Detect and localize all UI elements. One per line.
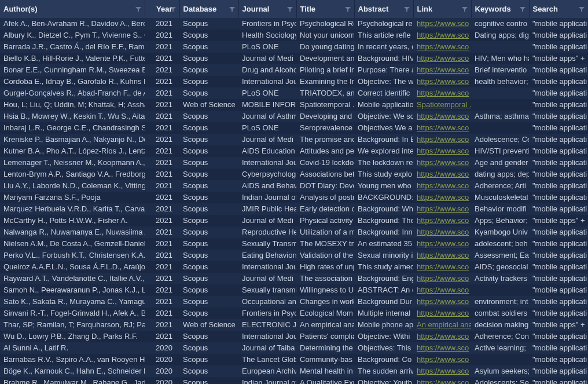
table-row[interactable]: Liu A.Y., Laborde N.D., Coleman K., Vitt… [0,180,588,192]
column-header-link[interactable]: Link [413,0,471,18]
table-row[interactable]: Kutner B.A., Pho A.T., López-Rios J., Le… [0,145,588,157]
cell-database: Scopus [179,365,238,377]
filter-icon[interactable] [404,6,410,12]
cell-search: "mobile applicati [529,226,588,238]
link[interactable]: https://www.sco [417,135,469,144]
table-row[interactable]: Kreniske P., Basmajian A., Nakyanjo N., … [0,134,588,145]
link[interactable]: https://www.sco [417,181,469,190]
cell-keywords: Adherence; Arti [471,180,529,192]
table-row[interactable]: Sinvani R.-T., Fogel-Grinvald H., Afek A… [0,308,588,319]
table-row[interactable]: Queiroz A.A.F.L.N., Sousa Á.F.L.D., Araú… [0,261,588,273]
table-row[interactable]: Afek A., Ben-Avraham R., Davidov A., Ber… [0,18,588,30]
link[interactable]: https://www.sco [417,343,469,352]
table-row[interactable]: Rayward A.T., Vandelanotte C., Itallie A… [0,273,588,284]
column-header-abstract[interactable]: Abstract [354,0,413,18]
link[interactable]: https://www.sco [417,19,469,28]
filter-icon[interactable] [170,6,176,12]
table-row[interactable]: Bonar E.E., Cunningham R.M., Sweezea E.C… [0,64,588,76]
link[interactable]: https://www.sco [417,77,469,86]
link[interactable]: https://www.sco [417,367,469,375]
table-row[interactable]: Al Sunni A., Latif R.2020ScopusJournal o… [0,342,588,354]
filter-icon[interactable] [135,6,141,12]
cell-authors: Lenton-Brym A.P., Santiago V.A., Fredbor… [0,169,145,180]
filter-icon[interactable] [579,6,585,12]
filter-icon[interactable] [345,6,351,12]
cell-authors: Afek A., Ben-Avraham R., Davidov A., Ber… [0,18,145,30]
table-row[interactable]: Böge K., Karnouk C., Hahn E., Schneider … [0,365,588,377]
link[interactable]: https://www.sco [417,65,469,74]
cell-authors: Sato K., Sakata R., Murayama C., Yamaguc… [0,296,145,308]
cell-search: "mobile applicati [529,99,588,111]
link[interactable]: https://www.sco [417,89,469,97]
link[interactable]: An empirical ana [417,320,471,329]
link[interactable]: https://www.sco [417,31,469,39]
table-row[interactable]: Barnabas R.V., Szpiro A.A., van Rooyen H… [0,354,588,365]
column-header-authors[interactable]: Author(s) [0,0,145,18]
table-row[interactable]: Hsia B., Mowrey W., Keskin T., Wu S., Ai… [0,111,588,122]
cell-authors: Nielsen A.M., De Costa A., Gemzell-Danie… [0,238,145,250]
filter-icon[interactable] [520,6,525,12]
cell-search: "mobile applicati [529,365,588,377]
link[interactable]: https://www.sco [417,112,469,120]
link[interactable]: https://www.sco [417,42,469,51]
table-row[interactable]: Lenton-Brym A.P., Santiago V.A., Fredbor… [0,169,588,180]
link[interactable]: https://www.sco [417,158,469,167]
table-row[interactable]: Perko V.L., Forbush K.T., Christensen K.… [0,250,588,261]
table-row[interactable]: Cordoba E., Idnay B., Garofalo R., Kuhns… [0,76,588,87]
table-row[interactable]: Lemenager T., Neissner M., Koopmann A.,2… [0,157,588,169]
cell-year: 2021 [145,215,179,226]
link[interactable]: https://www.sco [417,239,469,248]
link[interactable]: Spatiotemporal . [417,100,471,109]
column-header-search[interactable]: Search [529,0,588,18]
column-header-journal[interactable]: Journal [238,0,296,18]
table-row[interactable]: Brahme R., Mamulwar M., Rahane G., Jadh2… [0,377,588,384]
link[interactable]: https://www.sco [417,378,469,384]
link[interactable]: https://www.sco [417,228,469,236]
table-row[interactable]: Sato K., Sakata R., Murayama C., Yamaguc… [0,296,588,308]
table-row[interactable]: Marquez Herbuela V.R.D., Karita T., Carv… [0,203,588,215]
table-row[interactable]: Mariyam Farzana S.F., Pooja2021ScopusInd… [0,192,588,203]
cell-abstract: Background: Co [354,354,413,365]
link[interactable]: https://www.sco [417,262,469,271]
link[interactable]: https://www.sco [417,297,469,306]
table-row[interactable]: Gurgel-Gonçalves R., Abad-Franch F., de … [0,87,588,99]
table-row[interactable]: Hou, L; Liu, Q; Uddin, M; Khattak, H; As… [0,99,588,111]
table-row[interactable]: Wu D., Lowry P.B., Zhang D., Parks R.F.2… [0,331,588,342]
cell-database: Scopus [179,87,238,99]
cell-authors: Kutner B.A., Pho A.T., López-Rios J., Le… [0,145,145,157]
link[interactable]: https://www.sco [417,309,469,317]
filter-icon[interactable] [287,6,293,12]
column-header-database[interactable]: Database [179,0,238,18]
link[interactable]: https://www.sco [417,251,469,259]
table-row[interactable]: Inbaraj L.R., George C.E., Chandrasingh … [0,122,588,134]
table-row[interactable]: McCarthy H., Potts H.W.W., Fisher A.2021… [0,215,588,226]
column-header-keywords[interactable]: Keywords [471,0,529,18]
link[interactable]: https://www.sco [417,170,469,178]
link[interactable]: https://www.sco [417,332,469,341]
column-header-year[interactable]: Year [145,0,179,18]
link[interactable]: https://www.sco [417,286,469,294]
table-row[interactable]: Samoh N., Peerawaranun P., Jonas K.J., L… [0,284,588,296]
table-row[interactable]: Nalwanga R., Nuwamanya E., Nuwasiima A20… [0,226,588,238]
table-row[interactable]: Nielsen A.M., De Costa A., Gemzell-Danie… [0,238,588,250]
link[interactable]: https://www.sco [417,355,469,364]
link[interactable]: https://www.sco [417,216,469,225]
link[interactable]: https://www.sco [417,204,469,213]
link[interactable]: https://www.sco [417,274,469,283]
cell-journal: Journal of Medi [238,273,296,284]
table-row[interactable]: Barrada J.R., Castro Á., del Río E.F., R… [0,41,588,53]
link[interactable]: https://www.sco [417,54,469,63]
column-header-title[interactable]: Title [296,0,354,18]
cell-title: A Qualitative Exp [296,377,354,384]
table-row[interactable]: Biello K.B., Hill-Rorie J., Valente P.K.… [0,53,588,64]
table-row[interactable]: Albury K., Dietzel C., Pym T., Vivienne … [0,30,588,41]
link[interactable]: https://www.sco [417,123,469,132]
filter-icon[interactable] [462,6,468,12]
header-label: Database [183,5,217,13]
cell-search: "mobile applicati [529,250,588,261]
link[interactable]: https://www.sco [417,147,469,155]
filter-icon[interactable] [229,6,235,12]
link[interactable]: https://www.sco [417,193,469,202]
table-row[interactable]: Thar, SP; Ramilan, T; Farquharson, RJ; P… [0,319,588,331]
cell-keywords: Adherence; Con [471,331,529,342]
